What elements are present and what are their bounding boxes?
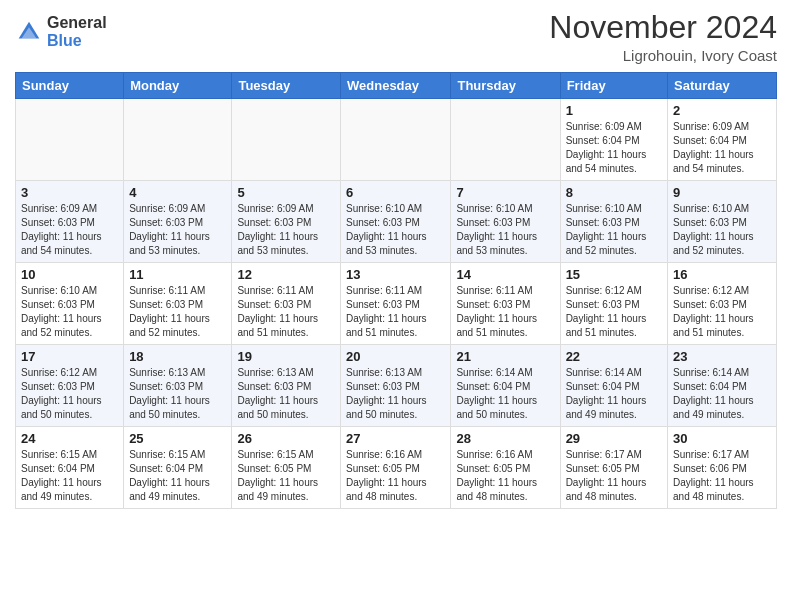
weekday-header-saturday: Saturday [668, 73, 777, 99]
day-info: Sunrise: 6:11 AM Sunset: 6:03 PM Dayligh… [237, 284, 335, 340]
logo-blue-text: Blue [47, 32, 107, 50]
calendar-cell: 29Sunrise: 6:17 AM Sunset: 6:05 PM Dayli… [560, 427, 667, 509]
weekday-header-thursday: Thursday [451, 73, 560, 99]
logo-general-text: General [47, 14, 107, 32]
calendar-body: 1Sunrise: 6:09 AM Sunset: 6:04 PM Daylig… [16, 99, 777, 509]
calendar-cell: 4Sunrise: 6:09 AM Sunset: 6:03 PM Daylig… [124, 181, 232, 263]
calendar-week-2: 3Sunrise: 6:09 AM Sunset: 6:03 PM Daylig… [16, 181, 777, 263]
day-info: Sunrise: 6:13 AM Sunset: 6:03 PM Dayligh… [237, 366, 335, 422]
location: Ligrohouin, Ivory Coast [549, 47, 777, 64]
calendar-cell [451, 99, 560, 181]
calendar-cell: 1Sunrise: 6:09 AM Sunset: 6:04 PM Daylig… [560, 99, 667, 181]
day-number: 10 [21, 267, 118, 282]
day-info: Sunrise: 6:13 AM Sunset: 6:03 PM Dayligh… [129, 366, 226, 422]
page: General Blue November 2024 Ligrohouin, I… [0, 0, 792, 524]
logo-icon [15, 18, 43, 46]
day-info: Sunrise: 6:10 AM Sunset: 6:03 PM Dayligh… [566, 202, 662, 258]
day-number: 2 [673, 103, 771, 118]
calendar-cell [16, 99, 124, 181]
day-info: Sunrise: 6:16 AM Sunset: 6:05 PM Dayligh… [346, 448, 445, 504]
day-number: 3 [21, 185, 118, 200]
calendar-cell: 27Sunrise: 6:16 AM Sunset: 6:05 PM Dayli… [341, 427, 451, 509]
day-info: Sunrise: 6:14 AM Sunset: 6:04 PM Dayligh… [566, 366, 662, 422]
day-number: 21 [456, 349, 554, 364]
day-info: Sunrise: 6:11 AM Sunset: 6:03 PM Dayligh… [456, 284, 554, 340]
day-info: Sunrise: 6:12 AM Sunset: 6:03 PM Dayligh… [21, 366, 118, 422]
calendar-week-5: 24Sunrise: 6:15 AM Sunset: 6:04 PM Dayli… [16, 427, 777, 509]
day-info: Sunrise: 6:09 AM Sunset: 6:04 PM Dayligh… [566, 120, 662, 176]
weekday-header-tuesday: Tuesday [232, 73, 341, 99]
day-number: 30 [673, 431, 771, 446]
calendar: SundayMondayTuesdayWednesdayThursdayFrid… [15, 72, 777, 509]
calendar-cell: 2Sunrise: 6:09 AM Sunset: 6:04 PM Daylig… [668, 99, 777, 181]
calendar-cell: 18Sunrise: 6:13 AM Sunset: 6:03 PM Dayli… [124, 345, 232, 427]
day-number: 26 [237, 431, 335, 446]
day-info: Sunrise: 6:09 AM Sunset: 6:03 PM Dayligh… [129, 202, 226, 258]
day-number: 11 [129, 267, 226, 282]
day-number: 7 [456, 185, 554, 200]
day-number: 29 [566, 431, 662, 446]
calendar-week-1: 1Sunrise: 6:09 AM Sunset: 6:04 PM Daylig… [16, 99, 777, 181]
day-number: 16 [673, 267, 771, 282]
day-number: 23 [673, 349, 771, 364]
calendar-cell: 5Sunrise: 6:09 AM Sunset: 6:03 PM Daylig… [232, 181, 341, 263]
weekday-header-friday: Friday [560, 73, 667, 99]
day-number: 18 [129, 349, 226, 364]
day-number: 17 [21, 349, 118, 364]
header: General Blue November 2024 Ligrohouin, I… [15, 10, 777, 64]
day-number: 19 [237, 349, 335, 364]
weekday-header-monday: Monday [124, 73, 232, 99]
day-info: Sunrise: 6:10 AM Sunset: 6:03 PM Dayligh… [21, 284, 118, 340]
day-number: 1 [566, 103, 662, 118]
weekday-header-row: SundayMondayTuesdayWednesdayThursdayFrid… [16, 73, 777, 99]
day-info: Sunrise: 6:12 AM Sunset: 6:03 PM Dayligh… [673, 284, 771, 340]
calendar-cell: 13Sunrise: 6:11 AM Sunset: 6:03 PM Dayli… [341, 263, 451, 345]
calendar-cell: 22Sunrise: 6:14 AM Sunset: 6:04 PM Dayli… [560, 345, 667, 427]
calendar-cell: 15Sunrise: 6:12 AM Sunset: 6:03 PM Dayli… [560, 263, 667, 345]
day-info: Sunrise: 6:16 AM Sunset: 6:05 PM Dayligh… [456, 448, 554, 504]
calendar-cell: 20Sunrise: 6:13 AM Sunset: 6:03 PM Dayli… [341, 345, 451, 427]
day-info: Sunrise: 6:11 AM Sunset: 6:03 PM Dayligh… [346, 284, 445, 340]
month-title: November 2024 [549, 10, 777, 45]
day-info: Sunrise: 6:10 AM Sunset: 6:03 PM Dayligh… [673, 202, 771, 258]
calendar-cell: 8Sunrise: 6:10 AM Sunset: 6:03 PM Daylig… [560, 181, 667, 263]
calendar-cell: 28Sunrise: 6:16 AM Sunset: 6:05 PM Dayli… [451, 427, 560, 509]
day-number: 15 [566, 267, 662, 282]
calendar-cell: 30Sunrise: 6:17 AM Sunset: 6:06 PM Dayli… [668, 427, 777, 509]
logo: General Blue [15, 14, 107, 49]
day-info: Sunrise: 6:17 AM Sunset: 6:05 PM Dayligh… [566, 448, 662, 504]
day-info: Sunrise: 6:14 AM Sunset: 6:04 PM Dayligh… [673, 366, 771, 422]
day-number: 25 [129, 431, 226, 446]
calendar-cell: 26Sunrise: 6:15 AM Sunset: 6:05 PM Dayli… [232, 427, 341, 509]
day-number: 14 [456, 267, 554, 282]
calendar-cell: 16Sunrise: 6:12 AM Sunset: 6:03 PM Dayli… [668, 263, 777, 345]
calendar-week-3: 10Sunrise: 6:10 AM Sunset: 6:03 PM Dayli… [16, 263, 777, 345]
calendar-cell: 7Sunrise: 6:10 AM Sunset: 6:03 PM Daylig… [451, 181, 560, 263]
day-number: 12 [237, 267, 335, 282]
day-info: Sunrise: 6:14 AM Sunset: 6:04 PM Dayligh… [456, 366, 554, 422]
calendar-cell: 19Sunrise: 6:13 AM Sunset: 6:03 PM Dayli… [232, 345, 341, 427]
day-number: 13 [346, 267, 445, 282]
day-info: Sunrise: 6:09 AM Sunset: 6:03 PM Dayligh… [21, 202, 118, 258]
day-number: 24 [21, 431, 118, 446]
day-number: 28 [456, 431, 554, 446]
day-number: 5 [237, 185, 335, 200]
calendar-cell: 3Sunrise: 6:09 AM Sunset: 6:03 PM Daylig… [16, 181, 124, 263]
day-info: Sunrise: 6:15 AM Sunset: 6:04 PM Dayligh… [129, 448, 226, 504]
calendar-cell: 25Sunrise: 6:15 AM Sunset: 6:04 PM Dayli… [124, 427, 232, 509]
calendar-cell: 9Sunrise: 6:10 AM Sunset: 6:03 PM Daylig… [668, 181, 777, 263]
day-number: 22 [566, 349, 662, 364]
day-info: Sunrise: 6:17 AM Sunset: 6:06 PM Dayligh… [673, 448, 771, 504]
calendar-cell: 23Sunrise: 6:14 AM Sunset: 6:04 PM Dayli… [668, 345, 777, 427]
calendar-cell [124, 99, 232, 181]
day-info: Sunrise: 6:09 AM Sunset: 6:04 PM Dayligh… [673, 120, 771, 176]
weekday-header-sunday: Sunday [16, 73, 124, 99]
weekday-header-wednesday: Wednesday [341, 73, 451, 99]
calendar-cell: 17Sunrise: 6:12 AM Sunset: 6:03 PM Dayli… [16, 345, 124, 427]
calendar-cell: 10Sunrise: 6:10 AM Sunset: 6:03 PM Dayli… [16, 263, 124, 345]
logo-text: General Blue [47, 14, 107, 49]
calendar-cell: 11Sunrise: 6:11 AM Sunset: 6:03 PM Dayli… [124, 263, 232, 345]
day-info: Sunrise: 6:15 AM Sunset: 6:05 PM Dayligh… [237, 448, 335, 504]
day-info: Sunrise: 6:11 AM Sunset: 6:03 PM Dayligh… [129, 284, 226, 340]
day-info: Sunrise: 6:10 AM Sunset: 6:03 PM Dayligh… [456, 202, 554, 258]
